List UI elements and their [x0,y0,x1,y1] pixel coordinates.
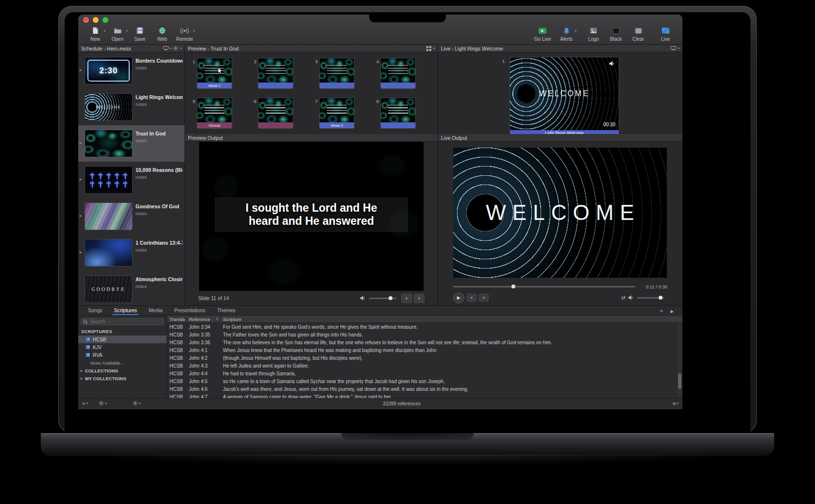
table-scrollbar[interactable] [678,323,682,398]
expand-arrow-icon[interactable]: ▸ [80,177,82,182]
preview-slide-7[interactable]: 7 Verse 2 [312,98,374,134]
live-slide-area: 1 WELCOME 00:30 Light Rings Welcome [438,52,682,134]
schedule-thumbnail[interactable] [85,130,132,157]
grid-view-icon[interactable] [426,46,431,51]
schedule-item-trust-in-god[interactable]: ▸ Trust In God notes [78,125,185,162]
schedule-thumbnail[interactable]: GOODBYE [85,276,132,302]
collections-group[interactable]: ▸ COLLECTIONS [78,367,167,374]
expand-arrow-icon[interactable]: ▸ [80,67,82,72]
expand-arrow-icon[interactable]: ▸ [80,213,82,218]
tab-themes[interactable]: Themes [211,306,241,315]
search-box[interactable] [81,318,164,325]
table-row[interactable]: HCSBJohn 4:1When Jesus knew that the Pha… [167,346,682,354]
tab-scriptures[interactable]: Scriptures [108,306,143,315]
live-button[interactable]: Live [654,26,677,42]
preview-output-video[interactable]: I sought the Lord and He heard and He an… [199,142,424,291]
chevron-down-icon[interactable]: ▼ [216,318,219,320]
settings-button[interactable]: ▾ [99,401,107,406]
gear-icon[interactable] [173,46,178,51]
monitor-icon[interactable] [671,46,676,50]
preview-slide-2[interactable]: 2 [251,58,312,94]
clear-button[interactable]: Clear [627,26,649,42]
my-collections-group[interactable]: ▸ MY COLLECTIONS [78,374,167,382]
add-resource-button[interactable]: +▾ [82,401,88,406]
volume-slider[interactable] [369,298,396,299]
web-button[interactable]: Web [151,26,173,42]
add-icon[interactable]: + [660,308,663,314]
scrollbar-thumb[interactable] [678,373,681,389]
table-row[interactable]: HCSBJohn 3:36The one who believes in the… [167,338,682,346]
previous-slide-button[interactable]: ‹ [401,294,412,303]
table-row[interactable]: HCSBJohn 4:6Jacob's well was there, and … [167,385,682,393]
table-row[interactable]: HCSBJohn 4:5so He came to a town of Sama… [167,377,682,385]
remote-button[interactable]: ▾ Remote [173,26,196,42]
tab-presentations[interactable]: Presentations [169,306,211,315]
schedule-item-borders-countdown[interactable]: ▸ 2:30 Borders Countdown notes [78,52,185,89]
schedule-item-goodness-of-god[interactable]: ▸ Goodness Of God notes [78,198,185,235]
schedule-item-atmospheric-closing[interactable]: GOODBYE Atmospheric Closing notes [78,271,185,305]
bible-item-kjv[interactable]: KJV [78,343,167,351]
chevron-down-icon[interactable]: ▾ [678,47,679,50]
table-settings-button[interactable]: ▾ [133,401,141,406]
bible-item-hcsb[interactable]: HCSB [78,336,167,343]
search-input[interactable] [90,319,162,324]
scrubber-handle[interactable] [511,285,515,288]
skip-forward-button[interactable]: » [479,294,489,302]
go-live-button[interactable]: Go Live [530,26,555,42]
schedule-item-10000-reasons[interactable]: ▸ 10,000 Reasons (Bles... notes [78,162,185,198]
schedule-thumbnail[interactable] [85,167,132,193]
tab-songs[interactable]: Songs [82,306,108,315]
close-button[interactable]: × [83,17,89,23]
schedule-thumbnail[interactable]: 2:30 [85,57,132,84]
monitor-icon[interactable] [163,46,169,50]
bible-item-rva[interactable]: RVA [78,351,167,359]
expand-arrow-icon[interactable]: ▸ [80,250,82,254]
column-translation[interactable]: Transla [167,316,187,322]
minimize-button[interactable] [93,17,99,23]
more-available-link[interactable]: More Available... [78,359,167,367]
alerts-button[interactable]: ▾ Alerts [555,26,577,42]
schedule-thumbnail[interactable] [85,239,132,266]
black-button[interactable]: Black [605,26,627,42]
zoom-button[interactable] [102,17,108,23]
schedule-thumbnail[interactable]: WELCOME [85,94,132,120]
volume-slider[interactable] [637,297,664,299]
table-row[interactable]: HCSBJohn 4:3He left Judea and went again… [167,362,682,370]
schedule-item-light-rings-welcome[interactable]: WELCOME Light Rings Welcome notes [78,89,185,125]
preview-slide-8[interactable]: 8 [374,98,435,134]
open-button[interactable]: ▾ Open [106,26,129,42]
chevron-down-icon[interactable]: ▾ [180,47,182,50]
preview-slide-1[interactable]: 1 Verse 1 [190,58,251,94]
expand-arrow-icon[interactable]: ▸ [80,140,82,145]
tab-media[interactable]: Media [143,306,169,315]
table-row[interactable]: HCSBJohn 4:7A woman of Samaria came to d… [167,393,682,398]
live-output-video[interactable]: WELCOME [453,148,667,278]
table-row[interactable]: HCSBJohn 4:4He had to travel through Sam… [167,370,682,377]
schedule-item-1-corinthians[interactable]: ▸ 1 Corinthians 13:4-7 (... notes [78,235,185,271]
loop-icon[interactable]: ⇄ [621,295,626,301]
scrubber-track[interactable] [453,286,635,287]
live-slide-thumbnail[interactable]: WELCOME 00:30 [510,57,619,130]
new-button[interactable]: ▾ New [84,26,106,42]
skip-back-button[interactable]: « [467,294,476,302]
play-icon[interactable]: ▶ [671,308,674,314]
preview-slide-4[interactable]: 4 [374,58,435,94]
logo-button[interactable]: Logo [582,26,605,42]
column-scripture[interactable]: Scripture [221,316,682,322]
speaker-icon[interactable] [359,295,366,301]
table-row[interactable]: HCSBJohn 3:34For God sent Him, and He sp… [167,323,682,331]
preview-slide-3[interactable]: 3 [312,58,374,94]
preview-slide-6[interactable]: 6 [251,98,312,134]
play-button[interactable]: ▶ [453,292,464,303]
view-options-button[interactable]: ≡▾ [673,401,679,406]
chevron-down-icon[interactable]: ▾ [433,47,435,50]
preview-slide-5[interactable]: 5 Chorus [190,98,251,134]
table-row[interactable]: HCSBJohn 4:2(though Jesus Himself was no… [167,354,682,362]
speaker-icon[interactable] [628,295,634,301]
save-button[interactable]: Save [129,26,151,42]
chevron-down-icon[interactable]: ▾ [170,47,172,50]
next-slide-button[interactable]: › [414,294,424,303]
schedule-thumbnail[interactable] [85,203,132,230]
table-row[interactable]: HCSBJohn 3:35The Father loves the Son an… [167,331,682,338]
column-reference[interactable]: Reference▼ [187,316,221,322]
